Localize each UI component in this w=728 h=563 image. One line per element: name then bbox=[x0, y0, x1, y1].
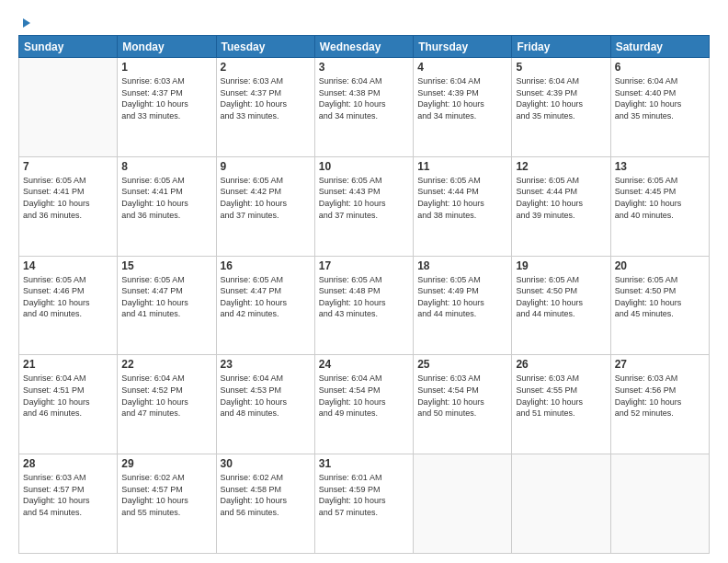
cell-text: and 35 minutes. bbox=[516, 110, 606, 122]
cell-text: Sunset: 4:57 PM bbox=[121, 484, 211, 496]
day-number: 5 bbox=[516, 61, 606, 74]
cell-text: Sunrise: 6:03 AM bbox=[221, 75, 311, 87]
cell-text: Sunset: 4:44 PM bbox=[516, 186, 606, 198]
cell-text: Daylight: 10 hours bbox=[319, 198, 409, 210]
day-number: 13 bbox=[615, 160, 705, 173]
cell-text: Sunrise: 6:03 AM bbox=[23, 472, 113, 484]
cell-text: Sunrise: 6:05 AM bbox=[319, 175, 409, 187]
cell-text: and 51 minutes. bbox=[516, 408, 606, 419]
calendar-cell: 31Sunrise: 6:01 AMSunset: 4:59 PMDayligh… bbox=[314, 454, 413, 554]
calendar-cell: 11Sunrise: 6:05 AMSunset: 4:44 PMDayligh… bbox=[414, 156, 512, 256]
cell-text: Sunset: 4:47 PM bbox=[121, 285, 211, 297]
cell-text: Sunset: 4:45 PM bbox=[615, 186, 705, 198]
cell-text: and 42 minutes. bbox=[221, 308, 311, 320]
cell-text: Daylight: 10 hours bbox=[23, 297, 113, 309]
day-number: 1 bbox=[121, 61, 211, 74]
cell-text: Daylight: 10 hours bbox=[319, 495, 409, 507]
cell-text: Daylight: 10 hours bbox=[516, 396, 606, 408]
cell-text: Sunset: 4:49 PM bbox=[417, 285, 507, 297]
day-number: 28 bbox=[23, 457, 113, 470]
day-number: 30 bbox=[221, 457, 311, 470]
calendar-cell: 28Sunrise: 6:03 AMSunset: 4:57 PMDayligh… bbox=[19, 454, 118, 554]
day-number: 29 bbox=[121, 457, 211, 470]
day-number: 21 bbox=[23, 358, 113, 371]
cell-text: Sunrise: 6:05 AM bbox=[516, 175, 606, 187]
cell-text: Sunrise: 6:04 AM bbox=[121, 373, 211, 385]
cell-text: Daylight: 10 hours bbox=[221, 495, 311, 507]
cell-text: Daylight: 10 hours bbox=[417, 297, 507, 309]
cell-text: Daylight: 10 hours bbox=[615, 396, 705, 408]
calendar-cell: 6Sunrise: 6:04 AMSunset: 4:40 PMDaylight… bbox=[610, 58, 709, 157]
calendar-cell bbox=[610, 454, 709, 554]
cell-text: Sunset: 4:39 PM bbox=[417, 87, 507, 99]
cell-text: Daylight: 10 hours bbox=[221, 297, 311, 309]
cell-text: and 37 minutes. bbox=[319, 210, 409, 222]
calendar-cell: 10Sunrise: 6:05 AMSunset: 4:43 PMDayligh… bbox=[314, 156, 413, 256]
cell-text: Daylight: 10 hours bbox=[516, 297, 606, 309]
cell-text: Sunset: 4:59 PM bbox=[319, 484, 409, 496]
cell-text: Daylight: 10 hours bbox=[417, 396, 507, 408]
calendar-cell: 12Sunrise: 6:05 AMSunset: 4:44 PMDayligh… bbox=[512, 156, 610, 256]
cell-text: Daylight: 10 hours bbox=[221, 396, 311, 408]
cell-text: Sunset: 4:54 PM bbox=[417, 385, 507, 396]
cell-text: and 44 minutes. bbox=[417, 308, 507, 320]
day-number: 18 bbox=[417, 259, 507, 272]
cell-text: Sunrise: 6:05 AM bbox=[23, 274, 113, 286]
calendar-cell: 9Sunrise: 6:05 AMSunset: 4:42 PMDaylight… bbox=[216, 156, 314, 256]
calendar-cell: 2Sunrise: 6:03 AMSunset: 4:37 PMDaylight… bbox=[216, 58, 314, 157]
cell-text: Daylight: 10 hours bbox=[121, 495, 211, 507]
cell-text: Sunset: 4:50 PM bbox=[615, 285, 705, 297]
calendar-cell: 22Sunrise: 6:04 AMSunset: 4:52 PMDayligh… bbox=[118, 355, 216, 454]
calendar-cell: 23Sunrise: 6:04 AMSunset: 4:53 PMDayligh… bbox=[216, 355, 314, 454]
cell-text: Daylight: 10 hours bbox=[121, 297, 211, 309]
cell-text: Daylight: 10 hours bbox=[23, 396, 113, 408]
calendar-cell: 26Sunrise: 6:03 AMSunset: 4:55 PMDayligh… bbox=[512, 355, 610, 454]
cell-text: and 33 minutes. bbox=[221, 110, 311, 122]
calendar-cell: 4Sunrise: 6:04 AMSunset: 4:39 PMDaylight… bbox=[414, 58, 512, 157]
day-number: 14 bbox=[23, 259, 113, 272]
cell-text: and 48 minutes. bbox=[221, 408, 311, 419]
svg-marker-0 bbox=[23, 18, 30, 28]
cell-text: and 44 minutes. bbox=[516, 308, 606, 320]
cell-text: Daylight: 10 hours bbox=[516, 98, 606, 110]
cell-text: Sunset: 4:46 PM bbox=[23, 285, 113, 297]
cell-text: Sunset: 4:40 PM bbox=[615, 87, 705, 99]
cell-text: Sunrise: 6:02 AM bbox=[221, 472, 311, 484]
calendar-header-sunday: Sunday bbox=[19, 36, 118, 58]
calendar-header-saturday: Saturday bbox=[610, 36, 709, 58]
calendar-cell: 19Sunrise: 6:05 AMSunset: 4:50 PMDayligh… bbox=[512, 256, 610, 355]
cell-text: Sunset: 4:41 PM bbox=[121, 186, 211, 198]
calendar-cell: 15Sunrise: 6:05 AMSunset: 4:47 PMDayligh… bbox=[118, 256, 216, 355]
cell-text: Sunrise: 6:05 AM bbox=[319, 274, 409, 286]
cell-text: Daylight: 10 hours bbox=[121, 396, 211, 408]
day-number: 12 bbox=[516, 160, 606, 173]
cell-text: and 36 minutes. bbox=[23, 210, 113, 222]
day-number: 9 bbox=[221, 160, 311, 173]
cell-text: and 41 minutes. bbox=[121, 308, 211, 320]
day-number: 2 bbox=[221, 61, 311, 74]
page: SundayMondayTuesdayWednesdayThursdayFrid… bbox=[0, 0, 728, 563]
cell-text: Daylight: 10 hours bbox=[516, 198, 606, 210]
cell-text: Sunset: 4:53 PM bbox=[221, 385, 311, 396]
day-number: 27 bbox=[615, 358, 705, 371]
calendar-cell: 16Sunrise: 6:05 AMSunset: 4:47 PMDayligh… bbox=[216, 256, 314, 355]
cell-text: and 33 minutes. bbox=[121, 110, 211, 122]
cell-text: Sunset: 4:58 PM bbox=[221, 484, 311, 496]
day-number: 24 bbox=[319, 358, 409, 371]
day-number: 11 bbox=[417, 160, 507, 173]
cell-text: Sunset: 4:39 PM bbox=[516, 87, 606, 99]
calendar-cell: 14Sunrise: 6:05 AMSunset: 4:46 PMDayligh… bbox=[19, 256, 118, 355]
cell-text: Daylight: 10 hours bbox=[23, 198, 113, 210]
calendar-cell bbox=[414, 454, 512, 554]
cell-text: Sunrise: 6:05 AM bbox=[121, 274, 211, 286]
cell-text: Sunset: 4:41 PM bbox=[23, 186, 113, 198]
cell-text: Sunrise: 6:04 AM bbox=[221, 373, 311, 385]
calendar-cell bbox=[512, 454, 610, 554]
cell-text: Sunrise: 6:05 AM bbox=[417, 274, 507, 286]
cell-text: and 34 minutes. bbox=[319, 110, 409, 122]
calendar-week-row: 28Sunrise: 6:03 AMSunset: 4:57 PMDayligh… bbox=[19, 454, 710, 554]
cell-text: Daylight: 10 hours bbox=[319, 396, 409, 408]
calendar-header-wednesday: Wednesday bbox=[314, 36, 413, 58]
day-number: 23 bbox=[221, 358, 311, 371]
cell-text: Sunset: 4:57 PM bbox=[23, 484, 113, 496]
